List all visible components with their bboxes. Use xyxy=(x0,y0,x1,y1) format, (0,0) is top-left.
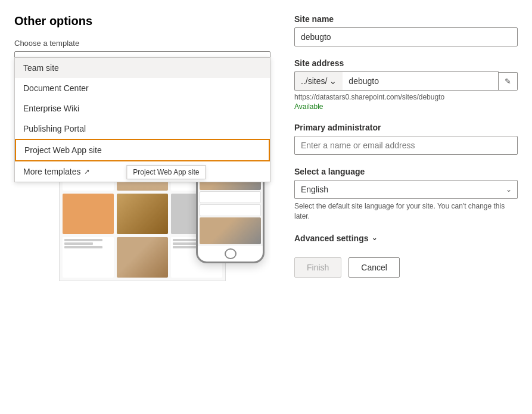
pencil-icon: ✎ xyxy=(505,77,511,86)
action-row: Finish Cancel xyxy=(294,257,518,278)
url-display: https://datastars0.sharepoint.com/sites/… xyxy=(294,93,518,101)
finish-button[interactable]: Finish xyxy=(294,257,341,278)
tooltip-project-web-app: Project Web App site xyxy=(126,165,206,179)
address-prefix-chevron-icon: ⌄ xyxy=(329,76,337,86)
cancel-button[interactable]: Cancel xyxy=(349,257,400,278)
left-panel: Other options Choose a template Team sit… xyxy=(14,14,270,400)
dropdown-item-publishing-portal[interactable]: Publishing Portal xyxy=(15,119,270,139)
right-panel: Site name Site address ../sites/ ⌄ ✎ htt… xyxy=(294,14,518,400)
preview-cell-7 xyxy=(63,194,114,234)
advanced-settings-toggle[interactable]: Advanced settings ⌄ xyxy=(294,234,518,243)
dropdown-item-document-center[interactable]: Document Center xyxy=(15,78,270,98)
external-link-icon: ➚ xyxy=(84,167,90,176)
language-select[interactable]: English French German Spanish xyxy=(294,180,518,199)
phone-block-image-2 xyxy=(200,217,261,244)
available-status: Available xyxy=(294,102,518,111)
language-note: Select the default site language for you… xyxy=(294,201,518,222)
phone-home-button xyxy=(225,248,237,259)
site-address-row: ../sites/ ⌄ ✎ xyxy=(294,71,518,91)
address-edit-button[interactable]: ✎ xyxy=(499,72,518,91)
site-address-label: Site address xyxy=(294,58,518,68)
preview-cell-8 xyxy=(117,194,168,234)
site-name-group: Site name xyxy=(294,14,518,46)
advanced-settings-chevron-icon: ⌄ xyxy=(372,234,377,242)
phone-block-text-2 xyxy=(200,204,261,216)
choose-template-label: Choose a template xyxy=(14,39,270,48)
preview-cell-10 xyxy=(63,237,114,278)
language-group: Select a language English French German … xyxy=(294,167,518,222)
preview-cell-11 xyxy=(117,237,168,278)
address-prefix-selector[interactable]: ../sites/ ⌄ xyxy=(294,71,343,91)
phone-block-text-1 xyxy=(200,191,261,203)
address-prefix-text: ../sites/ xyxy=(301,76,327,86)
advanced-settings-label: Advanced settings xyxy=(294,234,368,243)
primary-admin-label: Primary administrator xyxy=(294,123,518,132)
site-name-input[interactable] xyxy=(294,27,518,46)
site-name-label: Site name xyxy=(294,14,518,24)
address-input[interactable] xyxy=(343,71,499,91)
template-dropdown-menu: Team site Document Center Enterprise Wik… xyxy=(14,57,270,182)
language-label: Select a language xyxy=(294,167,518,176)
dropdown-item-project-web-app[interactable]: Project Web App site Project Web App sit… xyxy=(15,139,270,161)
language-select-wrapper: English French German Spanish ⌄ xyxy=(294,180,518,199)
dropdown-item-team-site[interactable]: Team site xyxy=(15,58,270,78)
site-address-group: Site address ../sites/ ⌄ ✎ https://datas… xyxy=(294,58,518,111)
page-title: Other options xyxy=(14,14,270,28)
primary-admin-input[interactable] xyxy=(294,136,518,155)
primary-admin-group: Primary administrator xyxy=(294,123,518,155)
dropdown-item-enterprise-wiki[interactable]: Enterprise Wiki xyxy=(15,98,270,119)
